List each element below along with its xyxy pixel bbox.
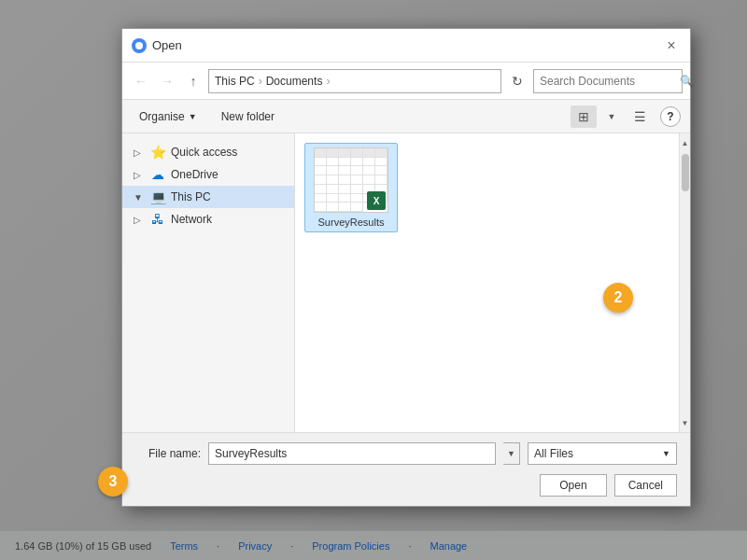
- excel-cell: [327, 194, 339, 203]
- excel-cell: [339, 166, 351, 175]
- title-bar: Open ×: [122, 29, 690, 63]
- excel-cell: [339, 148, 351, 158]
- excel-cell: [327, 158, 339, 167]
- list-view-icon: ⊞: [578, 109, 589, 124]
- excel-cell: [363, 175, 375, 185]
- quick-access-label: Quick access: [171, 146, 237, 159]
- bottom-area: File name: ▼ All Files ▼ 3 Open Cancel: [122, 432, 690, 506]
- help-button[interactable]: ?: [660, 106, 681, 127]
- excel-cell: [351, 158, 363, 167]
- file-item-survey-results[interactable]: X SurveyResults: [304, 143, 398, 232]
- excel-cell: [327, 166, 339, 175]
- excel-cell: [315, 175, 327, 185]
- excel-cell: [327, 185, 339, 194]
- breadcrumb-sep1: ›: [259, 75, 262, 88]
- excel-cell: [351, 148, 363, 158]
- excel-cell: [339, 185, 351, 194]
- sidebar-item-thispc[interactable]: ▼ 💻 This PC: [122, 186, 294, 208]
- excel-cell: [375, 175, 388, 185]
- scroll-up-button[interactable]: ▲: [680, 135, 691, 150]
- details-view-button[interactable]: ☰: [627, 105, 653, 128]
- crumb-thispc: This PC: [215, 75, 255, 88]
- details-view-icon: ☰: [634, 109, 646, 124]
- sidebar: ▷ ⭐ Quick access ▷ ☁ OneDrive ▼ 💻 This P…: [122, 133, 295, 432]
- file-name-label: SurveyResults: [309, 217, 393, 228]
- refresh-button[interactable]: ↻: [505, 69, 529, 93]
- main-area: ▷ ⭐ Quick access ▷ ☁ OneDrive ▼ 💻 This P…: [122, 133, 690, 432]
- onedrive-label: OneDrive: [171, 168, 218, 181]
- excel-cell: [327, 148, 339, 158]
- excel-cell: [315, 194, 327, 203]
- list-view-button[interactable]: ⊞: [571, 105, 597, 128]
- address-box[interactable]: This PC › Documents ›: [208, 69, 501, 93]
- scroll-down-button[interactable]: ▼: [680, 415, 691, 430]
- excel-cell: [351, 203, 363, 212]
- excel-cell: [339, 194, 351, 203]
- search-icon: 🔍: [680, 75, 694, 88]
- excel-cell: [315, 185, 327, 194]
- excel-cell: [363, 158, 375, 167]
- excel-cell: [315, 203, 327, 212]
- excel-cell: [351, 185, 363, 194]
- scroll-thumb[interactable]: [682, 154, 689, 191]
- up-button[interactable]: ↑: [182, 70, 204, 92]
- excel-cell: [315, 166, 327, 175]
- filename-label: File name:: [135, 447, 201, 460]
- excel-cell: [375, 148, 388, 158]
- onedrive-icon: ☁: [150, 167, 165, 182]
- sidebar-item-quick-access[interactable]: ▷ ⭐ Quick access: [122, 141, 294, 163]
- new-folder-button[interactable]: New folder: [212, 107, 284, 126]
- file-area[interactable]: 2: [295, 133, 679, 432]
- organise-label: Organise: [139, 110, 185, 123]
- organise-chevron-icon: ▼: [189, 112, 197, 121]
- view-dropdown-button[interactable]: ▼: [599, 105, 625, 128]
- excel-cell: [375, 166, 388, 175]
- filename-input[interactable]: [208, 442, 496, 465]
- step-3-badge: 3: [98, 467, 128, 497]
- excel-cell: [315, 148, 327, 158]
- excel-cell: [351, 194, 363, 203]
- file-thumbnail: X: [314, 147, 388, 213]
- excel-cell: [339, 203, 351, 212]
- dialog-icon: [132, 38, 147, 53]
- buttons-row: 3 Open Cancel: [135, 474, 677, 497]
- excel-cell: [351, 175, 363, 185]
- sidebar-item-network[interactable]: ▷ 🖧 Network: [122, 208, 294, 231]
- open-button[interactable]: Open: [540, 474, 606, 497]
- breadcrumb-sep2: ›: [326, 75, 330, 88]
- open-dialog: Open × ← → ↑ This PC › Documents › ↻ 🔍 O…: [121, 28, 691, 507]
- step-2-badge: 2: [603, 283, 633, 313]
- excel-cell: [363, 166, 375, 175]
- forward-button[interactable]: →: [156, 70, 178, 92]
- expand-arrow-network: ▷: [134, 215, 145, 225]
- filetype-select[interactable]: All Files ▼: [528, 442, 677, 465]
- quick-access-icon: ⭐: [150, 145, 165, 160]
- crumb-documents: Documents: [266, 75, 323, 88]
- toolbar: Organise ▼ New folder ⊞ ▼ ☰ ?: [122, 100, 690, 133]
- excel-logo: X: [367, 191, 386, 210]
- sidebar-item-onedrive[interactable]: ▷ ☁ OneDrive: [122, 163, 294, 186]
- excel-cell: [327, 203, 339, 212]
- excel-preview: X: [315, 148, 388, 212]
- excel-cell: [339, 158, 351, 167]
- expand-arrow-quick-access: ▷: [134, 147, 145, 158]
- search-input[interactable]: [540, 75, 680, 88]
- back-button[interactable]: ←: [130, 70, 152, 92]
- view-buttons: ⊞ ▼ ☰: [571, 105, 653, 128]
- excel-cell: [339, 175, 351, 185]
- scrollbar[interactable]: ▲ ▼: [679, 133, 690, 432]
- search-box[interactable]: 🔍: [533, 69, 683, 93]
- cancel-button[interactable]: Cancel: [614, 474, 677, 497]
- close-button[interactable]: ×: [662, 36, 681, 55]
- address-bar: ← → ↑ This PC › Documents › ↻ 🔍: [122, 63, 690, 100]
- filename-dropdown-button[interactable]: ▼: [503, 442, 520, 465]
- filetype-chevron-icon: ▼: [662, 449, 670, 458]
- network-label: Network: [171, 213, 212, 226]
- filetype-label: All Files: [534, 447, 573, 460]
- excel-cell: [315, 158, 327, 167]
- excel-cell: [363, 148, 375, 158]
- expand-arrow-onedrive: ▷: [134, 170, 145, 180]
- thispc-icon: 💻: [150, 189, 165, 204]
- network-icon: 🖧: [150, 212, 165, 227]
- organise-button[interactable]: Organise ▼: [132, 107, 204, 126]
